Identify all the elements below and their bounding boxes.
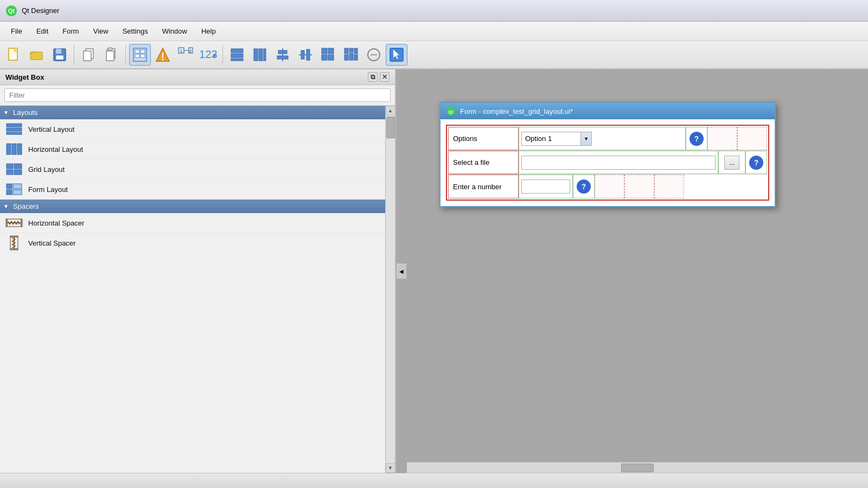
signal-slot-button[interactable] <box>152 44 174 66</box>
scroll-up-button[interactable]: ▲ <box>386 106 395 115</box>
svg-rect-56 <box>7 124 22 127</box>
svg-rect-29 <box>231 54 243 57</box>
canvas-area: ◀ Qt Form - complex_test_grid_layout.ui*… <box>396 69 868 473</box>
form-layout-icon <box>5 183 23 196</box>
vertical-layout-label: Vertical Layout <box>28 125 74 133</box>
menu-form[interactable]: Form <box>56 25 85 37</box>
save-file-button[interactable] <box>49 44 71 66</box>
svg-rect-65 <box>14 170 22 175</box>
cell-help-options: ? <box>686 127 707 150</box>
form-window-body: Options Option 1 ▼ ? <box>441 119 775 206</box>
cell-number-extra-1 <box>595 175 624 198</box>
form-row-number: Enter a number ? <box>448 175 767 198</box>
help-button-file[interactable]: ? <box>749 156 763 170</box>
svg-rect-39 <box>307 49 310 60</box>
widget-edit-button[interactable] <box>129 44 151 66</box>
vertical-layout-icon <box>5 123 23 136</box>
menu-help[interactable]: Help <box>195 25 222 37</box>
list-item[interactable]: Horizontal Layout <box>0 139 385 159</box>
list-item[interactable]: Grid Layout <box>0 159 385 179</box>
number-input[interactable] <box>521 179 570 194</box>
title-bar: Qt Qt Designer <box>0 0 868 22</box>
vertical-spacer-icon <box>5 236 23 249</box>
widget-box-header-buttons: ⧉ ✕ <box>368 72 390 82</box>
svg-rect-7 <box>56 55 63 60</box>
grid-button-1[interactable] <box>317 44 339 66</box>
grid-button-2[interactable] <box>340 44 362 66</box>
new-file-button[interactable] <box>3 44 25 66</box>
list-item[interactable]: Horizontal Spacer <box>0 213 385 233</box>
cell-number-extra-2 <box>624 175 654 198</box>
svg-rect-49 <box>354 55 358 60</box>
options-combo[interactable]: Option 1 ▼ <box>521 132 592 146</box>
menu-edit[interactable]: Edit <box>30 25 55 37</box>
grid-layout-icon <box>5 163 23 176</box>
scroll-thumb[interactable] <box>386 117 395 138</box>
paste-button[interactable] <box>100 44 122 66</box>
menu-view[interactable]: View <box>87 25 115 37</box>
widget-list: ▼ Layouts Vertical Layout <box>0 106 385 473</box>
svg-rect-47 <box>344 55 348 60</box>
menu-window[interactable]: Window <box>156 25 194 37</box>
open-file-button[interactable] <box>26 44 48 66</box>
svg-rect-30 <box>231 59 243 61</box>
list-item[interactable]: Vertical Layout <box>0 119 385 139</box>
scroll-down-button[interactable]: ▼ <box>386 463 395 473</box>
svg-rect-2 <box>9 48 17 60</box>
svg-rect-68 <box>7 190 12 195</box>
svg-rect-11 <box>106 51 114 61</box>
category-spacers-label: Spacers <box>13 202 39 210</box>
svg-rect-44 <box>344 48 348 54</box>
canvas-scroll-left[interactable]: ◀ <box>396 263 407 279</box>
scrollbar-right: ▲ ▼ <box>385 106 395 473</box>
form-window: Qt Form - complex_test_grid_layout.ui* O… <box>439 102 776 207</box>
category-arrow: ▼ <box>3 110 9 115</box>
menu-settings[interactable]: Settings <box>116 25 155 37</box>
options-label-text: Options <box>453 134 477 143</box>
svg-rect-40 <box>322 48 327 54</box>
combo-dropdown-arrow[interactable]: ▼ <box>580 132 591 145</box>
cell-combo: Option 1 ▼ <box>519 127 686 150</box>
pointer-button[interactable] <box>386 44 407 66</box>
svg-point-20 <box>162 59 164 61</box>
close-button[interactable]: ✕ <box>380 72 390 82</box>
file-input[interactable] <box>521 156 716 170</box>
svg-rect-17 <box>141 54 145 57</box>
label-file: Select a file <box>448 151 519 174</box>
browse-button[interactable]: ... <box>724 156 739 170</box>
align-hcenter-button[interactable] <box>272 44 293 66</box>
filter-input[interactable] <box>4 88 391 102</box>
svg-rect-36 <box>277 56 288 59</box>
form-window-title: Form - complex_test_grid_layout.ui* <box>460 107 573 115</box>
widget-mode-button[interactable]: 123 <box>197 44 219 66</box>
scroll-h-thumb[interactable] <box>621 464 654 472</box>
svg-rect-69 <box>13 190 22 195</box>
copy-button[interactable] <box>78 44 99 66</box>
list-item[interactable]: Form Layout <box>0 179 385 200</box>
help-button-options[interactable]: ? <box>690 132 704 146</box>
layout-horizontal-button[interactable] <box>249 44 271 66</box>
svg-rect-43 <box>328 55 334 60</box>
menu-bar: File Edit Form View Settings Window Help <box>0 22 868 41</box>
svg-rect-61 <box>17 144 22 155</box>
help-button-number[interactable]: ? <box>577 179 591 194</box>
cell-file-input <box>519 151 718 174</box>
svg-text:2: 2 <box>189 49 192 54</box>
tab-order-button[interactable]: 1 2 <box>175 44 196 66</box>
preview-button[interactable] <box>363 44 385 66</box>
main-layout: Widget Box ⧉ ✕ ▼ Layouts <box>0 69 868 473</box>
float-button[interactable]: ⧉ <box>368 72 378 82</box>
menu-file[interactable]: File <box>4 25 29 37</box>
category-layouts[interactable]: ▼ Layouts <box>0 106 385 119</box>
list-item[interactable]: Vertical Spacer <box>0 233 385 253</box>
separator-1 <box>74 45 74 65</box>
svg-rect-12 <box>108 48 112 50</box>
separator-2 <box>125 45 126 65</box>
align-vcenter-button[interactable] <box>295 44 316 66</box>
category-spacers[interactable]: ▼ Spacers <box>0 200 385 213</box>
svg-text:Qt: Qt <box>449 110 454 114</box>
layout-vertical-button[interactable] <box>226 44 248 66</box>
cell-help-number: ? <box>573 175 595 198</box>
svg-point-51 <box>371 54 373 56</box>
form-grid: Options Option 1 ▼ ? <box>446 125 769 201</box>
